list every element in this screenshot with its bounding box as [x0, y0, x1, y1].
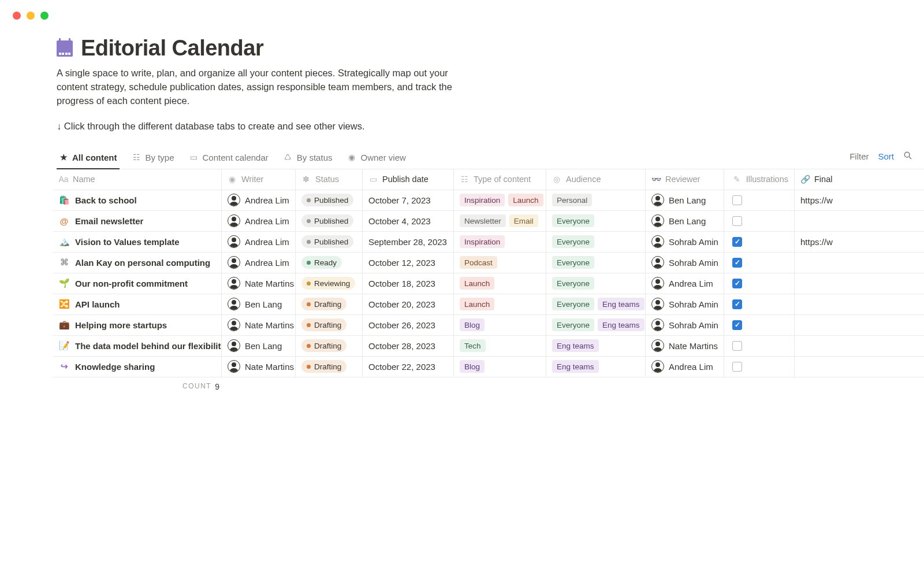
type-tag[interactable]: Tech — [460, 339, 486, 352]
tab-content-calendar[interactable]: ▭Content calendar — [187, 149, 271, 169]
publish-date[interactable]: October 26, 2023 — [363, 315, 454, 335]
col-status[interactable]: ✽Status — [296, 169, 363, 190]
table-row[interactable]: 🛍️Back to school Andrea Lim Published Oc… — [53, 190, 924, 211]
illustrations-checkbox[interactable] — [732, 320, 742, 330]
publish-date[interactable]: October 7, 2023 — [363, 190, 454, 210]
audience-tag[interactable]: Eng teams — [598, 298, 644, 310]
avatar — [651, 360, 664, 373]
col-publish-date[interactable]: ▭Publish date — [363, 169, 454, 190]
type-tag[interactable]: Email — [509, 214, 538, 227]
calendar-icon: ▭ — [189, 153, 199, 162]
publish-date[interactable]: September 28, 2023 — [363, 232, 454, 252]
reviewer-name: Andrea Lim — [669, 279, 713, 288]
publish-date[interactable]: October 22, 2023 — [363, 357, 454, 377]
type-tag[interactable]: Blog — [460, 318, 485, 331]
type-tag[interactable]: Launch — [460, 277, 494, 290]
table-row[interactable]: 🏔️Vision to Values template Andrea Lim P… — [53, 232, 924, 253]
audience-tag[interactable]: Everyone — [552, 214, 594, 227]
status-pill[interactable]: Ready — [301, 256, 342, 269]
audience-tag[interactable]: Everyone — [552, 235, 594, 248]
final-link[interactable] — [795, 315, 864, 335]
audience-tag[interactable]: Everyone — [552, 298, 594, 310]
status-pill[interactable]: Published — [301, 214, 353, 227]
count-label: COUNT — [182, 382, 211, 391]
type-tag[interactable]: Inspiration — [460, 235, 505, 248]
illustrations-checkbox[interactable] — [732, 279, 742, 288]
final-link[interactable] — [795, 253, 864, 273]
col-writer[interactable]: ◉Writer — [222, 169, 296, 190]
audience-tag[interactable]: Eng teams — [598, 318, 644, 331]
publish-date[interactable]: October 18, 2023 — [363, 273, 454, 294]
publish-date[interactable]: October 12, 2023 — [363, 253, 454, 273]
search-icon[interactable] — [903, 151, 912, 162]
final-link[interactable] — [795, 294, 864, 314]
table-row[interactable]: ⌘Alan Kay on personal computing Andrea L… — [53, 253, 924, 273]
illustrations-checkbox[interactable] — [732, 299, 742, 309]
type-tag[interactable]: Inspiration — [460, 194, 505, 206]
type-tag[interactable]: Blog — [460, 360, 485, 373]
illustrations-checkbox[interactable] — [732, 216, 742, 226]
status-pill[interactable]: Reviewing — [301, 277, 355, 290]
status-pill[interactable]: Drafting — [301, 298, 346, 310]
tab-all-content[interactable]: ★All content — [57, 149, 120, 169]
writer-name: Ben Lang — [245, 299, 282, 309]
minimize-window-icon[interactable] — [27, 12, 35, 20]
status-pill[interactable]: Drafting — [301, 318, 346, 331]
final-link[interactable] — [795, 211, 864, 231]
status-pill[interactable]: Drafting — [301, 360, 346, 373]
publish-date[interactable]: October 4, 2023 — [363, 211, 454, 231]
type-tag[interactable]: Newsletter — [460, 214, 506, 227]
tab-by-status[interactable]: ♺By status — [281, 149, 335, 169]
type-tag[interactable]: Launch — [508, 194, 543, 206]
audience-tag[interactable]: Everyone — [552, 256, 594, 269]
col-audience[interactable]: ◎Audience — [546, 169, 646, 190]
illustrations-checkbox[interactable] — [732, 362, 742, 372]
status-pill[interactable]: Published — [301, 194, 353, 206]
publish-date[interactable]: October 28, 2023 — [363, 336, 454, 356]
tab-owner-view[interactable]: ◉Owner view — [345, 149, 408, 169]
final-link[interactable] — [795, 336, 864, 356]
table-row[interactable]: 🔀API launch Ben Lang Drafting October 20… — [53, 294, 924, 315]
table-row[interactable]: 📝The data model behind our flexibility B… — [53, 336, 924, 357]
close-window-icon[interactable] — [13, 12, 21, 20]
status-pill[interactable]: Published — [301, 235, 353, 248]
person-circle-icon: ◉ — [347, 153, 356, 162]
illustrations-checkbox[interactable] — [732, 195, 742, 205]
status-pill[interactable]: Drafting — [301, 339, 346, 352]
page-title[interactable]: Editorial Calendar — [81, 36, 263, 61]
col-illustrations[interactable]: ✎Illustrations — [724, 169, 795, 190]
final-link[interactable] — [795, 273, 864, 294]
table-row[interactable]: 🌱Our non-profit commitment Nate Martins … — [53, 273, 924, 294]
table-row[interactable]: ↪Knowledge sharing Nate Martins Drafting… — [53, 357, 924, 377]
publish-date[interactable]: October 20, 2023 — [363, 294, 454, 314]
col-type[interactable]: ☷Type of content — [454, 169, 546, 190]
reviewer-name: Andrea Lim — [669, 362, 713, 372]
audience-tag[interactable]: Everyone — [552, 318, 594, 331]
table-row[interactable]: @Email newsletter Andrea Lim Published O… — [53, 211, 924, 232]
table-row[interactable]: 💼Helping more startups Nate Martins Draf… — [53, 315, 924, 336]
audience-tag[interactable]: Eng teams — [552, 360, 599, 373]
audience-tag[interactable]: Personal — [552, 194, 592, 206]
avatar — [228, 339, 240, 352]
audience-tag[interactable]: Everyone — [552, 277, 594, 290]
illustrations-checkbox[interactable] — [732, 341, 742, 351]
window-controls — [0, 0, 924, 20]
audience-tag[interactable]: Eng teams — [552, 339, 599, 352]
row-title: Knowledge sharing — [75, 362, 155, 372]
col-name[interactable]: AaName — [53, 169, 222, 190]
final-link[interactable] — [795, 357, 864, 377]
sort-button[interactable]: Sort — [878, 151, 894, 161]
final-link[interactable]: https://w — [795, 232, 864, 252]
illustrations-checkbox[interactable] — [732, 237, 742, 247]
filter-button[interactable]: Filter — [850, 151, 869, 161]
type-tag[interactable]: Podcast — [460, 256, 497, 269]
type-tag[interactable]: Launch — [460, 298, 494, 310]
reviewer-name: Sohrab Amin — [669, 299, 718, 309]
illustrations-checkbox[interactable] — [732, 258, 742, 268]
page-icon-calendar[interactable] — [57, 40, 73, 57]
tab-by-type[interactable]: ☷By type — [130, 149, 177, 169]
col-reviewer[interactable]: 👓Reviewer — [646, 169, 724, 190]
final-link[interactable]: https://w — [795, 190, 864, 210]
maximize-window-icon[interactable] — [40, 12, 49, 20]
col-final[interactable]: 🔗Final — [795, 169, 864, 190]
